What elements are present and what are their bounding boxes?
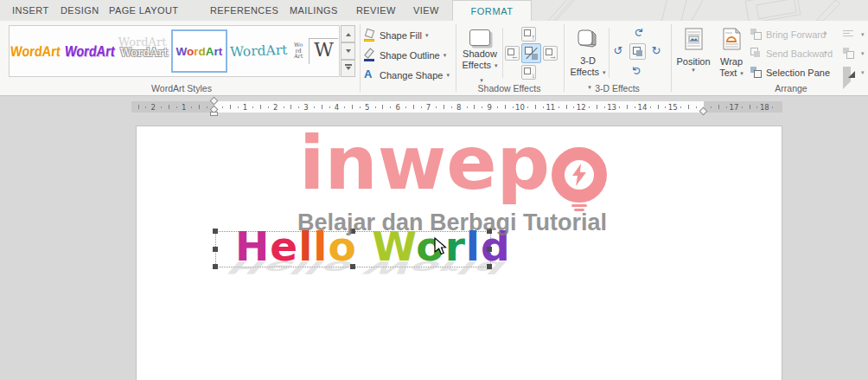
gallery-more-button[interactable] — [341, 60, 355, 77]
wordart-style-orange[interactable]: WordArt — [10, 28, 61, 74]
square-icon — [546, 48, 552, 55]
ruler-number: 9 — [487, 103, 491, 112]
ruler-dot — [375, 106, 376, 108]
tab-mailings[interactable]: MAILINGS — [290, 0, 338, 21]
ruler-number: 1 — [182, 103, 186, 112]
ribbon-format: WordArt WordArt WordArt WordArt WordArt … — [0, 21, 868, 96]
shadowed-square-icon — [469, 29, 490, 46]
resize-handle-middle-right[interactable] — [487, 247, 492, 252]
group-separator — [360, 24, 361, 92]
nudge-shadow-left-button[interactable] — [505, 46, 520, 61]
bulb-ring-icon — [552, 147, 607, 203]
tilt-down-button[interactable]: ↺ — [630, 63, 645, 79]
tab-view[interactable]: VIEW — [413, 0, 439, 21]
tilt-left-button[interactable]: ↺ — [610, 44, 626, 59]
resize-handle-top-left[interactable] — [213, 229, 218, 234]
resize-handle-bottom-middle[interactable] — [350, 264, 355, 269]
toggle-shadow-button[interactable] — [521, 43, 541, 63]
wordart-style-gray-outline[interactable]: WordArt WordArt — [118, 28, 170, 74]
wrap-text-button[interactable]: Wrap Text — [715, 23, 748, 89]
nudge-shadow-right-button[interactable] — [543, 46, 558, 61]
ruler-dot — [145, 106, 146, 108]
change-shape-button[interactable]: Change Shape — [363, 68, 450, 83]
tab-insert[interactable]: INSERT — [12, 0, 49, 21]
horizontal-ruler[interactable]: 211234567891011121314151718 — [131, 101, 782, 113]
position-button[interactable]: Position ▾ — [674, 23, 712, 89]
resize-handle-bottom-right[interactable] — [487, 264, 492, 269]
ruler-dot — [467, 106, 468, 108]
tab-design[interactable]: DESIGN — [61, 0, 99, 21]
ruler-dot — [558, 106, 559, 108]
ruler-tick — [444, 105, 444, 109]
bring-forward-icon — [750, 29, 762, 40]
ruler-tick — [627, 105, 628, 109]
gallery-scroll-up-button[interactable] — [341, 25, 355, 42]
ruler-dot — [680, 106, 681, 108]
ruler-dot — [207, 106, 207, 108]
wordart-style-vertical[interactable]: WordArt — [289, 28, 308, 74]
selection-pane-button[interactable]: Selection Pane — [750, 65, 830, 80]
ruler-dot — [284, 106, 284, 108]
resize-handle-bottom-left[interactable] — [213, 264, 218, 269]
ruler-dot — [421, 106, 422, 108]
ruler-dot — [635, 106, 635, 108]
triangle-up-icon — [346, 30, 351, 36]
square-filled-icon — [636, 50, 642, 56]
letter-a-icon — [363, 69, 375, 81]
ruler-tick — [230, 105, 231, 109]
more-bar-icon — [345, 64, 352, 66]
ruler-number: 10 — [515, 103, 525, 112]
shadow-effects-button[interactable]: Shadow Effects — [459, 23, 501, 89]
ruler-number: 2 — [273, 103, 278, 112]
inner-separator — [502, 28, 503, 78]
mouse-cursor — [434, 237, 447, 256]
ruler-dot — [742, 106, 743, 108]
tab-review[interactable]: REVIEW — [356, 0, 396, 21]
resize-handle-middle-left[interactable] — [213, 247, 218, 252]
ruler-dot — [222, 106, 223, 108]
align-icon — [843, 29, 854, 40]
ruler-number: 3 — [303, 103, 308, 112]
group-label-3d-effects: 3-D Effects — [566, 83, 668, 93]
ruler-tick — [138, 105, 139, 109]
cube-icon — [577, 29, 599, 49]
bring-forward-button[interactable]: Bring Forward — [750, 27, 826, 42]
wordart-style-purple[interactable]: WordArt — [61, 28, 118, 74]
send-backward-icon — [750, 48, 762, 59]
nudge-shadow-down-button[interactable] — [521, 65, 536, 80]
align-objects-button[interactable] — [843, 27, 865, 42]
ruler-dot — [314, 106, 315, 108]
tab-page-layout[interactable]: PAGE LAYOUT — [109, 0, 178, 21]
ruler-dot — [756, 106, 757, 108]
shape-outline-button[interactable]: Shape Outline — [363, 48, 446, 63]
right-indent-marker[interactable] — [699, 107, 708, 116]
group-separator — [671, 24, 672, 92]
tilt-right-button[interactable]: ↻ — [648, 44, 664, 59]
tilt-none-button[interactable] — [629, 43, 646, 60]
tab-format-active[interactable]: FORMAT — [452, 0, 532, 22]
wordart-selection-box[interactable]: Hello World Hello World — [215, 231, 491, 267]
nudge-shadow-up-button[interactable] — [521, 27, 536, 42]
wordart-style-plain-w[interactable]: W — [308, 28, 339, 74]
send-backward-button[interactable]: Send Backward — [750, 46, 833, 61]
ruler-dot — [772, 106, 773, 108]
ruler-number: 14 — [637, 103, 647, 112]
ruler-tick — [260, 105, 261, 109]
bring-forward-caret[interactable]: ▾ — [824, 30, 827, 37]
rotate-objects-button[interactable] — [843, 65, 865, 80]
tab-references[interactable]: REFERENCES — [210, 0, 278, 21]
send-backward-caret[interactable]: ▾ — [824, 49, 827, 56]
tilt-up-button[interactable]: ↻ — [630, 25, 645, 41]
3d-effects-button[interactable]: 3-D Effects — [567, 23, 609, 89]
shape-fill-button[interactable]: Shape Fill — [363, 28, 428, 43]
wordart-style-teal-serif[interactable]: WordArt — [228, 28, 289, 74]
group-label-shadow-effects: Shadow Effects — [456, 83, 562, 93]
ruler-number: 11 — [546, 103, 555, 112]
document-page[interactable]: inwep Belajar dan Berbagi Tutorial Hello… — [136, 126, 782, 380]
paint-bucket-icon — [363, 29, 375, 42]
gallery-scroll-down-button[interactable] — [341, 42, 355, 60]
group-objects-button[interactable] — [843, 46, 865, 61]
wordart-style-rainbow-selected[interactable]: WordArt — [171, 29, 228, 73]
rotate-icon — [843, 67, 854, 78]
left-indent-marker[interactable] — [210, 112, 218, 116]
